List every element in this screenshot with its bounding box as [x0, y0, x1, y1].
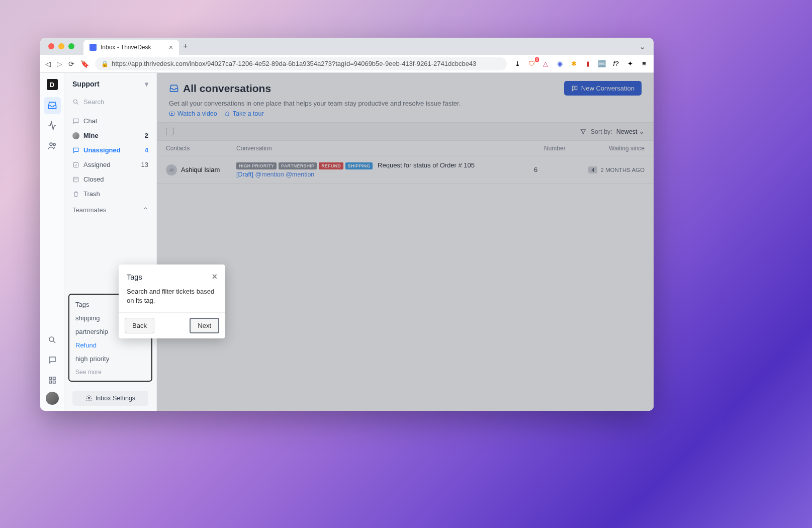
- svg-rect-3: [49, 377, 52, 380]
- inbox-icon: [169, 83, 179, 94]
- tour-back-button[interactable]: Back: [125, 318, 154, 333]
- tab-bar: Inbox - ThriveDesk × + ⌄: [40, 38, 654, 55]
- new-conversation-button[interactable]: New Conversation: [564, 81, 642, 96]
- draft-preview: @mention @mention: [255, 171, 315, 178]
- svg-point-10: [88, 397, 90, 399]
- list-toolbar: Sort by: Newest ⌄: [157, 123, 654, 141]
- chevron-down-icon: ▾: [145, 80, 148, 88]
- sidebar-item-label: Trash: [83, 190, 100, 198]
- sidebar-item-assigned[interactable]: Assigned 13: [64, 157, 156, 172]
- search-placeholder: Search: [83, 98, 104, 106]
- new-tab-button[interactable]: +: [183, 42, 188, 51]
- new-conversation-icon: [571, 85, 578, 92]
- tour-next-button[interactable]: Next: [190, 318, 219, 333]
- sidebar-item-closed[interactable]: Closed: [64, 172, 156, 187]
- shield-icon[interactable]: 🛡0: [527, 59, 536, 68]
- filter-icon[interactable]: [580, 128, 587, 135]
- rail-search[interactable]: [44, 331, 61, 348]
- reload-icon[interactable]: ⟳: [68, 60, 74, 68]
- page-subtitle: Get all your conversations in one place …: [169, 100, 642, 107]
- flower-ext-icon[interactable]: ✱: [569, 59, 578, 68]
- download-icon[interactable]: ⤓: [513, 59, 522, 68]
- sidebar-item-count: 13: [141, 161, 148, 168]
- maximize-window-button[interactable]: [68, 43, 74, 49]
- sidebar-item-chat[interactable]: Chat: [64, 114, 156, 128]
- rail-apps[interactable]: [44, 372, 61, 389]
- rail-activity[interactable]: [44, 117, 61, 134]
- whatfont-ext-icon[interactable]: f?: [611, 59, 620, 68]
- tag-label: high priority: [75, 355, 109, 363]
- sidebar-item-label: Closed: [83, 175, 104, 183]
- close-window-button[interactable]: [48, 43, 54, 49]
- see-more-link[interactable]: See more: [69, 366, 151, 379]
- url-field[interactable]: 🔒 https://app.thrivedesk.com/inbox/94027…: [95, 57, 507, 70]
- svg-point-7: [73, 100, 77, 103]
- page-title-text: All conversations: [183, 82, 271, 95]
- rail-chat[interactable]: [44, 351, 61, 369]
- chip-shipping: SHIPPING: [345, 162, 373, 169]
- bookmark-icon[interactable]: 🔖: [80, 60, 89, 68]
- lock-icon: 🔒: [101, 60, 109, 67]
- book-ext-icon[interactable]: ▮: [583, 59, 592, 68]
- sort-label: Sort by:: [591, 128, 612, 135]
- sidebar-item-mine[interactable]: Mine 2: [64, 128, 156, 143]
- tag-label: partnership: [75, 328, 108, 335]
- workspace-selector[interactable]: Support ▾: [64, 73, 156, 95]
- take-tour-link[interactable]: Take a tour: [224, 110, 264, 117]
- browser-window: Inbox - ThriveDesk × + ⌄ ◁ ▷ ⟳ 🔖 🔒 https…: [40, 38, 654, 411]
- sidebar-item-trash[interactable]: Trash: [64, 187, 156, 201]
- conversation-number: 6: [534, 166, 579, 173]
- svg-point-1: [53, 143, 55, 145]
- app-container: D Support ▾: [40, 73, 654, 411]
- nav-back-icon[interactable]: ◁: [45, 60, 51, 68]
- tag-item-high-priority[interactable]: high priority: [69, 352, 151, 366]
- tab-list-chevron-icon[interactable]: ⌄: [639, 42, 646, 51]
- col-number: Number: [544, 145, 589, 152]
- col-waiting: Waiting since: [589, 145, 645, 152]
- select-all-checkbox[interactable]: [166, 128, 173, 135]
- sidebar-list: Chat Mine 2 Unassigned 4 Assigned 13: [64, 114, 156, 201]
- chip-high-priority: HIGH PRIORITY: [236, 162, 277, 169]
- nav-forward-icon: ▷: [57, 60, 62, 68]
- extensions-puzzle-icon[interactable]: ✦: [625, 59, 635, 68]
- minimize-window-button[interactable]: [58, 43, 64, 49]
- waiting-since: 2 MONTHS AGO: [600, 167, 645, 173]
- chip-partnership: PARTNERSHIP: [279, 162, 317, 169]
- tour-title: Tags: [127, 273, 142, 281]
- tab-title: Inbox - ThriveDesk: [101, 44, 151, 51]
- workspace-name: Support: [72, 80, 100, 88]
- tag-item-refund[interactable]: Refund: [69, 338, 151, 352]
- browser-menu-icon[interactable]: ≡: [640, 59, 649, 68]
- teammates-section-header[interactable]: Teammates ⌃: [64, 201, 156, 217]
- sidebar-item-label: Unassigned: [83, 146, 121, 154]
- user-avatar[interactable]: [46, 392, 59, 405]
- tour-next-label: Next: [198, 322, 211, 329]
- app-logo[interactable]: D: [47, 79, 58, 90]
- conversation-row[interactable]: AI Ashiqul Islam HIGH PRIORITY PARTNERSH…: [157, 156, 654, 184]
- svg-point-2: [49, 337, 54, 341]
- translate-ext-icon[interactable]: 🔤: [597, 59, 606, 68]
- chevron-up-icon: ⌃: [143, 206, 148, 214]
- inbox-settings-button[interactable]: Inbox Settings: [72, 391, 148, 406]
- tag-label: Refund: [75, 341, 97, 349]
- rail-inbox[interactable]: [44, 97, 61, 114]
- rail-contacts[interactable]: [44, 137, 61, 154]
- search-input[interactable]: Search: [64, 95, 156, 109]
- contact-name: Ashiqul Islam: [181, 166, 220, 173]
- sidebar-item-unassigned[interactable]: Unassigned 4: [64, 143, 156, 157]
- sort-value-dropdown[interactable]: Newest ⌄: [616, 128, 645, 135]
- tag-chips: HIGH PRIORITY PARTNERSHIP REFUND SHIPPIN…: [236, 162, 373, 169]
- column-headers: Contacts Conversation Number Waiting sin…: [157, 141, 654, 156]
- onepassword-ext-icon[interactable]: ◉: [555, 59, 564, 68]
- svg-rect-6: [53, 381, 55, 384]
- svg-rect-4: [53, 377, 55, 380]
- triangle-ext-icon[interactable]: △: [541, 59, 550, 68]
- watch-video-link[interactable]: Watch a video: [169, 110, 217, 117]
- tour-back-label: Back: [132, 322, 147, 329]
- svg-rect-9: [73, 177, 78, 182]
- close-tab-icon[interactable]: ×: [169, 43, 173, 51]
- take-tour-label: Take a tour: [233, 110, 264, 117]
- teammates-label: Teammates: [72, 206, 106, 214]
- close-icon[interactable]: ×: [212, 272, 217, 282]
- browser-tab[interactable]: Inbox - ThriveDesk ×: [83, 40, 179, 55]
